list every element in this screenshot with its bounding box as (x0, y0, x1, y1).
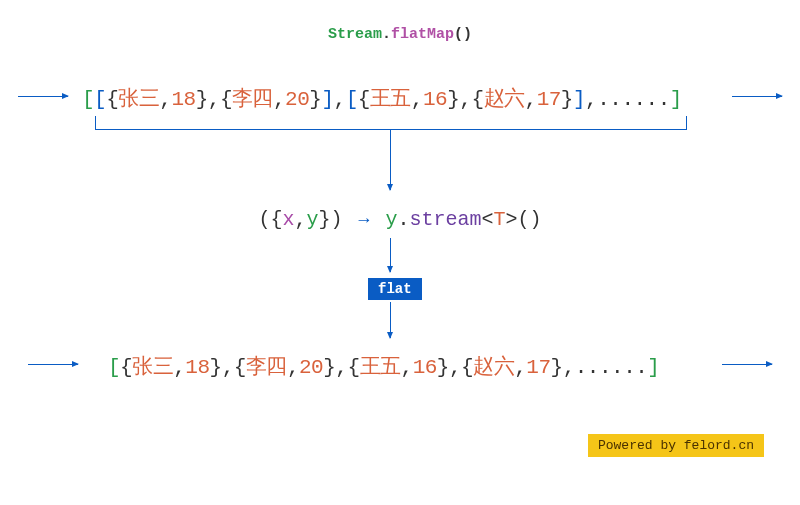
title-class: Stream (328, 26, 382, 43)
output-arrow-left-icon (28, 364, 78, 365)
arrow-down-icon (390, 302, 391, 338)
flat-operation-label: flat (368, 278, 422, 300)
lambda-expression: ({x,y}) → y.stream<T>() (258, 208, 541, 231)
output-arrow-right-icon (722, 364, 772, 365)
title-parens: () (454, 26, 472, 43)
title-dot: . (382, 26, 391, 43)
flat-stream-output: [{张三,18},{李四,20},{王五,16},{赵六,17},......] (108, 352, 659, 380)
title-method: flatMap (391, 26, 454, 43)
arrow-down-icon (390, 238, 391, 272)
diagram-title: Stream.flatMap() (328, 26, 472, 43)
credit-badge: Powered by felord.cn (588, 434, 764, 457)
collection-bracket-icon (95, 116, 687, 130)
input-arrow-left-icon (18, 96, 68, 97)
lambda-param-x: x (283, 208, 295, 231)
arrow-right-icon: → (355, 210, 374, 230)
nested-stream-input: [[{张三,18},{李四,20}],[{王五,16},{赵六,17}],...… (82, 84, 682, 112)
lambda-param-y: y (307, 208, 319, 231)
arrow-down-icon (390, 130, 391, 190)
input-arrow-right-icon (732, 96, 782, 97)
